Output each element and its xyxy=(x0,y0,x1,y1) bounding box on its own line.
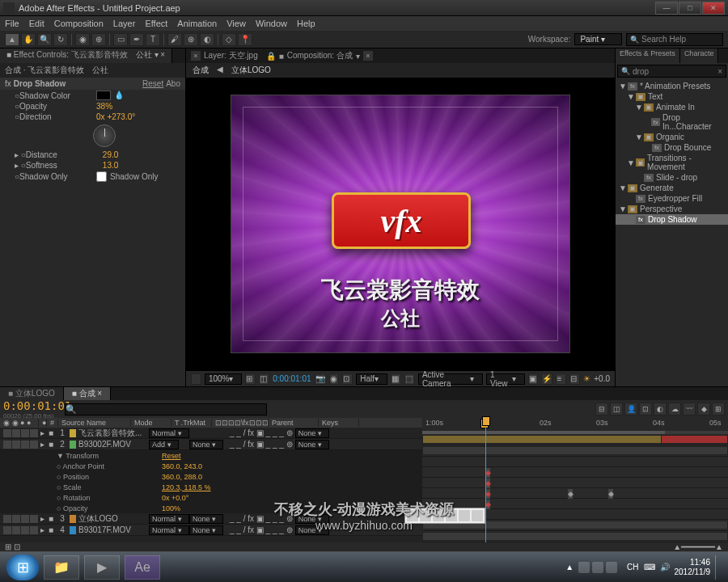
col-trkmat[interactable]: T .TrkMat xyxy=(171,419,212,427)
menu-animation[interactable]: Animation xyxy=(177,19,217,28)
effect-about-link[interactable]: Abo xyxy=(166,79,180,88)
show-desktop-button[interactable] xyxy=(715,555,722,580)
effect-reset-link[interactable]: Reset xyxy=(142,79,163,88)
ime-indicator[interactable]: CH xyxy=(627,563,638,571)
composition-tab[interactable]: Composition: 合成 xyxy=(287,50,353,61)
shadow-only-checkbox[interactable] xyxy=(96,171,107,182)
mask-icon[interactable]: ◫ xyxy=(259,373,269,385)
zoom-tool-icon[interactable]: 🔍 xyxy=(37,33,52,46)
layer-row[interactable]: ▸ ■ 3 立体LOGO Normal ▾ None ▾ _ _ / fx ▣ … xyxy=(0,513,422,525)
timeline-tab-active[interactable]: ■ 合成 × xyxy=(64,387,111,400)
close-icon[interactable]: × xyxy=(363,51,373,61)
prop-opacity-value[interactable]: 38% xyxy=(96,102,112,111)
eyedropper-icon[interactable]: 💧 xyxy=(114,91,124,100)
grid-icon[interactable]: ⊞ xyxy=(245,373,256,385)
auto-keyframe-icon[interactable]: ◆ xyxy=(697,403,710,415)
lock-icon[interactable]: 🔒 xyxy=(266,52,276,61)
volume-icon[interactable]: 🔊 xyxy=(660,563,670,571)
col-keys[interactable]: Keys xyxy=(319,419,359,427)
menu-window[interactable]: Window xyxy=(256,19,287,28)
prop-softness-value[interactable]: 13.0 xyxy=(103,161,118,170)
selection-tool-icon[interactable]: ▲ xyxy=(5,33,19,46)
effects-search-input[interactable]: drop× xyxy=(617,65,726,78)
pan-behind-tool-icon[interactable]: ⊕ xyxy=(91,33,106,46)
resolution-dropdown[interactable]: Half ▾ xyxy=(356,373,387,385)
tree-item[interactable]: fxDrop In...Character xyxy=(616,112,728,132)
col-source[interactable]: Source Name xyxy=(58,419,131,427)
time-ruler[interactable]: 1:00s 02s 03s 04s 05s xyxy=(422,418,728,431)
camera-tool-icon[interactable]: ◉ xyxy=(75,33,90,46)
effect-name[interactable]: Drop Shadow xyxy=(14,79,140,88)
pen-tool-icon[interactable]: ✒ xyxy=(129,33,144,46)
transform-property[interactable]: ○ Opacity100% xyxy=(0,503,422,513)
tree-item[interactable]: ▼▣Animate In xyxy=(616,102,728,112)
tree-item[interactable]: ▼▣Text xyxy=(616,91,728,102)
layer-track[interactable] xyxy=(422,445,728,457)
current-time-indicator[interactable] xyxy=(485,418,486,542)
shadow-color-swatch[interactable] xyxy=(96,91,111,100)
breadcrumb-item[interactable]: 立体LOGO xyxy=(231,65,271,76)
effects-presets-tab[interactable]: Effects & Presets xyxy=(616,48,680,63)
timeline-timecode[interactable]: 0:00:01:01 xyxy=(3,399,61,412)
zoom-slider[interactable]: ▲━━━━━━━▲ xyxy=(673,542,723,551)
rotate-tool-icon[interactable]: ↻ xyxy=(53,33,68,46)
menu-edit[interactable]: Edit xyxy=(29,19,44,28)
taskbar-mediaplayer-icon[interactable]: ▶ xyxy=(84,555,120,580)
transform-property[interactable]: ○ Anchor Point360.0, 243.0 xyxy=(0,461,422,471)
motion-blur-icon[interactable]: ◐ xyxy=(654,403,667,415)
view-layout-dropdown[interactable]: 1 View ▾ xyxy=(486,373,525,385)
property-track[interactable] xyxy=(422,467,728,478)
tree-item[interactable]: fxSlide - drop xyxy=(616,172,728,183)
layer-tab[interactable]: Layer: 天空.jpg xyxy=(204,50,258,61)
region-icon[interactable]: ⊡ xyxy=(342,373,353,385)
tree-item[interactable]: fxDrop Shadow xyxy=(616,214,728,225)
transform-property[interactable]: ▼ TransformReset xyxy=(0,450,422,461)
camera-dropdown[interactable]: Active Camera ▾ xyxy=(418,373,483,385)
ime-mode-icon[interactable]: ⌨ xyxy=(644,563,655,571)
tree-item[interactable]: ▼fx* Animation Presets xyxy=(616,81,728,91)
col-index[interactable]: # xyxy=(47,419,58,427)
tray-icon[interactable] xyxy=(592,562,603,573)
draft3d-icon[interactable]: ◫ xyxy=(610,403,623,415)
prop-distance-value[interactable]: 29.0 xyxy=(103,150,118,159)
prop-direction-value[interactable]: 0x +273.0° xyxy=(96,112,135,121)
menu-file[interactable]: File xyxy=(5,19,19,28)
expand-switches-icon[interactable]: ⊞ xyxy=(712,403,725,415)
col-parent[interactable]: Parent xyxy=(269,419,319,427)
start-button[interactable] xyxy=(6,555,39,580)
tree-item[interactable]: ▼▣Perspective xyxy=(616,204,728,214)
tree-item[interactable]: ▼▣Generate xyxy=(616,183,728,193)
composition-viewer[interactable]: vfx 飞云裳影音特效 公社 xyxy=(186,78,615,370)
minimize-button[interactable]: — xyxy=(655,2,678,15)
hand-tool-icon[interactable]: ✋ xyxy=(21,33,36,46)
breadcrumb-item[interactable]: 合成 xyxy=(193,65,209,76)
menu-help[interactable]: Help xyxy=(297,19,315,28)
layer-row[interactable]: ▸ ■ 2 B93002F.MOV Add ▾ None ▾ _ _ / fx … xyxy=(0,439,422,450)
transform-property[interactable]: ○ Scale120.3, 118.5 % xyxy=(0,482,422,492)
tree-item[interactable]: ▼▣Organic xyxy=(616,132,728,142)
viewer-timecode[interactable]: 0:00:01:01 xyxy=(273,374,311,383)
comp-mini-flowchart-icon[interactable]: ⊟ xyxy=(595,403,608,415)
tray-expand-icon[interactable]: ▲ xyxy=(565,563,574,571)
shape-tool-icon[interactable]: ▭ xyxy=(113,33,128,46)
frame-blend-icon[interactable]: ⊡ xyxy=(639,403,652,415)
timeline-search-input[interactable]: 🔍 xyxy=(65,403,267,415)
property-track[interactable] xyxy=(422,478,728,488)
character-tab[interactable]: Characte xyxy=(680,48,719,63)
layer-row[interactable]: ▸ ■ 1 飞云裳影音特效... Normal ▾ _ _ / fx ▣ _ _… xyxy=(0,428,422,439)
tray-icon[interactable] xyxy=(606,562,617,573)
effect-enable-toggle[interactable]: fx xyxy=(5,79,11,88)
search-help-input[interactable]: Search Help xyxy=(626,33,723,46)
close-icon[interactable]: × xyxy=(191,51,201,61)
pixel-aspect-icon[interactable]: ▣ xyxy=(528,373,539,385)
zoom-dropdown[interactable]: 100% ▾ xyxy=(205,373,243,385)
layer-track[interactable] xyxy=(422,531,728,542)
shy-icon[interactable]: 👤 xyxy=(624,403,637,415)
menu-composition[interactable]: Composition xyxy=(54,19,104,28)
tree-item[interactable]: fxEyedropper Fill xyxy=(616,193,728,204)
tree-item[interactable]: fxDrop Bounce xyxy=(616,142,728,153)
effect-controls-tab[interactable]: ■ Effect Controls: 飞云裳影音特效 公社 ▾ × xyxy=(0,48,172,63)
clone-tool-icon[interactable]: ⊛ xyxy=(184,33,198,46)
always-preview-icon[interactable] xyxy=(191,373,201,385)
system-clock[interactable]: 11:46 2012/11/9 xyxy=(675,558,711,577)
